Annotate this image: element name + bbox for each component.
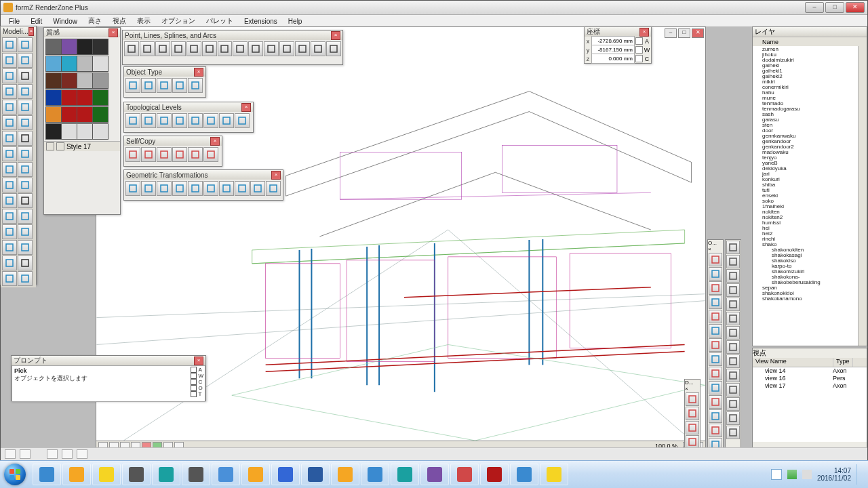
material-swatch[interactable]: [92, 123, 108, 140]
tool-button[interactable]: [2, 224, 17, 239]
tool-button[interactable]: [686, 392, 699, 406]
taskbar-item[interactable]: [361, 464, 389, 485]
taskbar-item[interactable]: [152, 464, 180, 485]
tool-button[interactable]: [125, 181, 140, 196]
tool-button[interactable]: [141, 78, 156, 93]
clock[interactable]: 14:07 2016/11/02: [817, 467, 851, 482]
tool-button[interactable]: [186, 41, 201, 56]
tool-button[interactable]: [219, 181, 234, 196]
titlebar[interactable]: formZ RenderZone Plus – □ ✕: [1, 1, 867, 15]
material-swatch[interactable]: [45, 89, 62, 106]
material-swatch[interactable]: [45, 39, 62, 55]
doc-restore-button[interactable]: □: [678, 28, 690, 38]
tool-button[interactable]: [157, 78, 172, 93]
view-row[interactable]: view 16Pers: [753, 375, 867, 382]
material-swatch[interactable]: [92, 89, 108, 106]
tool-button[interactable]: [726, 397, 740, 411]
close-icon[interactable]: ×: [685, 386, 700, 392]
tool-button[interactable]: [2, 162, 17, 177]
view-row[interactable]: view 14Axon: [753, 367, 867, 375]
status-icon[interactable]: [20, 449, 31, 459]
layers-scrollbar[interactable]: [858, 46, 867, 346]
close-icon[interactable]: ×: [271, 171, 281, 180]
maximize-button[interactable]: □: [825, 2, 844, 13]
tool-button[interactable]: [141, 113, 156, 128]
status-icon[interactable]: [77, 449, 87, 459]
prompt-opt-checkbox[interactable]: [191, 373, 197, 379]
tool-button[interactable]: [172, 181, 187, 196]
taskbar-item[interactable]: [450, 464, 479, 485]
tool-button[interactable]: [157, 113, 172, 128]
material-swatch[interactable]: [77, 89, 93, 106]
tool-button[interactable]: [2, 100, 17, 115]
tool-button[interactable]: [709, 352, 722, 366]
tool-button[interactable]: [125, 147, 140, 162]
tool-button[interactable]: [18, 53, 33, 68]
tool-button[interactable]: [726, 298, 740, 311]
tool-button[interactable]: [188, 181, 203, 196]
layer-row[interactable]: karpo-to: [753, 263, 859, 268]
material-swatch[interactable]: [61, 39, 77, 55]
tool-button[interactable]: [726, 369, 740, 382]
tool-button[interactable]: [686, 421, 699, 434]
layer-row[interactable]: shako: [753, 241, 859, 247]
tool-button[interactable]: [18, 209, 33, 224]
taskbar-item[interactable]: [540, 464, 568, 485]
tool-button[interactable]: [2, 240, 17, 255]
tool-button[interactable]: [2, 84, 17, 99]
close-icon[interactable]: ×: [194, 357, 203, 365]
tool-button[interactable]: [18, 178, 33, 192]
taskbar-item[interactable]: [62, 464, 91, 485]
tool-button[interactable]: [125, 113, 140, 128]
tool-button[interactable]: [264, 41, 279, 56]
tool-button[interactable]: [18, 224, 33, 239]
tool-button[interactable]: [2, 115, 17, 130]
tool-button[interactable]: [188, 113, 203, 128]
taskbar-item[interactable]: [480, 464, 509, 485]
material-swatch[interactable]: [45, 123, 62, 140]
tool-button[interactable]: [709, 310, 722, 323]
close-icon[interactable]: ×: [331, 31, 340, 40]
tool-button[interactable]: [140, 41, 155, 56]
tool-button[interactable]: [18, 100, 33, 115]
views-list[interactable]: view 14Axonview 16Persview 17Axon: [753, 367, 867, 442]
status-icon[interactable]: [62, 449, 73, 459]
tool-button[interactable]: [157, 147, 172, 162]
close-icon[interactable]: ×: [708, 246, 723, 252]
tool-button[interactable]: [250, 181, 265, 196]
tool-button[interactable]: [2, 68, 17, 83]
views-col-name[interactable]: View Name: [753, 358, 833, 367]
show-desktop-button[interactable]: [856, 464, 863, 485]
tool-button[interactable]: [157, 181, 172, 196]
menu-window[interactable]: Window: [47, 16, 83, 26]
taskbar-item[interactable]: [420, 464, 449, 485]
menu-help[interactable]: Help: [283, 16, 308, 26]
tool-button[interactable]: [726, 269, 740, 283]
coords-close-button[interactable]: ×: [639, 28, 649, 37]
tool-button[interactable]: [141, 181, 156, 196]
status-icon[interactable]: [47, 449, 58, 459]
coord-lock-checkbox[interactable]: [635, 46, 643, 54]
close-icon[interactable]: ×: [28, 27, 34, 36]
tool-button[interactable]: [726, 312, 740, 325]
tool-button[interactable]: [326, 41, 341, 56]
tool-button[interactable]: [18, 256, 33, 270]
tool-button[interactable]: [235, 181, 250, 196]
tool-button[interactable]: [2, 178, 17, 192]
tool-button[interactable]: [18, 115, 33, 130]
taskbar-item[interactable]: [122, 464, 151, 485]
tool-button[interactable]: [2, 209, 17, 224]
tool-button[interactable]: [2, 131, 17, 146]
tool-button[interactable]: [18, 37, 33, 52]
tool-button[interactable]: [266, 181, 281, 196]
tool-button[interactable]: [218, 41, 233, 56]
material-swatch[interactable]: [77, 73, 93, 89]
close-icon[interactable]: ×: [194, 68, 203, 77]
tool-button[interactable]: [2, 193, 17, 208]
tool-button[interactable]: [709, 281, 722, 295]
tool-button[interactable]: [709, 324, 722, 338]
tool-button[interactable]: [2, 256, 17, 270]
view-row[interactable]: view 17Axon: [753, 382, 867, 390]
layer-row[interactable]: shakonokiten: [753, 247, 859, 252]
status-icon[interactable]: [5, 449, 16, 459]
